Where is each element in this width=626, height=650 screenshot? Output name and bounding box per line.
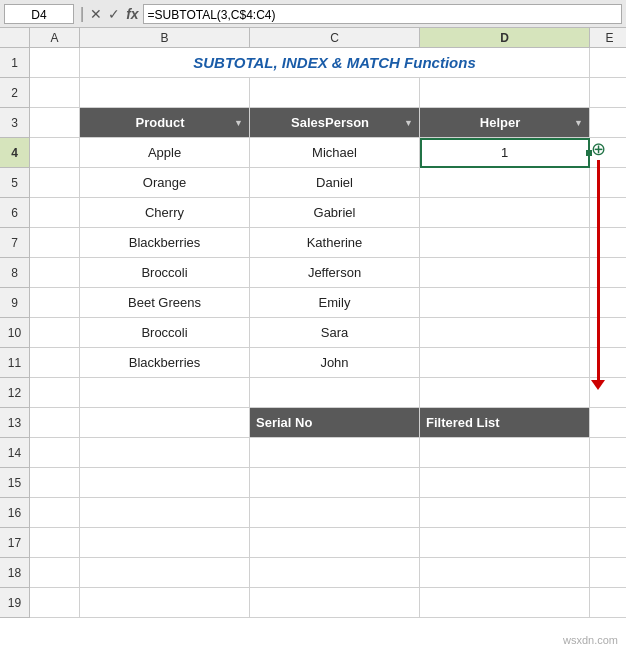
cell-b14[interactable]: [80, 438, 250, 468]
cell-b5[interactable]: Orange: [80, 168, 250, 198]
cell-c15[interactable]: [250, 468, 420, 498]
product-dropdown-icon[interactable]: ▼: [234, 118, 243, 128]
header-salesperson[interactable]: SalesPerson ▼: [250, 108, 420, 138]
col-header-e[interactable]: E: [590, 28, 626, 48]
cell-b13[interactable]: [80, 408, 250, 438]
cell-a2[interactable]: [30, 78, 80, 108]
cell-d15[interactable]: [420, 468, 590, 498]
cell-c7[interactable]: Katherine: [250, 228, 420, 258]
cell-c4[interactable]: Michael: [250, 138, 420, 168]
cell-b19[interactable]: [80, 588, 250, 618]
cell-b2[interactable]: [80, 78, 250, 108]
header-product[interactable]: Product ▼: [80, 108, 250, 138]
header-salesperson-label: SalesPerson: [256, 115, 404, 130]
cell-d14[interactable]: [420, 438, 590, 468]
cell-a15[interactable]: [30, 468, 80, 498]
cell-a13[interactable]: [30, 408, 80, 438]
cell-c14[interactable]: [250, 438, 420, 468]
cell-d4[interactable]: 1 ⊕: [420, 138, 590, 168]
cell-d12[interactable]: [420, 378, 590, 408]
cell-b6[interactable]: Cherry: [80, 198, 250, 228]
cell-a16[interactable]: [30, 498, 80, 528]
cell-d10[interactable]: [420, 318, 590, 348]
cell-b12[interactable]: [80, 378, 250, 408]
cell-c8[interactable]: Jefferson: [250, 258, 420, 288]
cell-d7[interactable]: [420, 228, 590, 258]
cell-b9[interactable]: Beet Greens: [80, 288, 250, 318]
cell-b18[interactable]: [80, 558, 250, 588]
cell-c6[interactable]: Gabriel: [250, 198, 420, 228]
cell-e13[interactable]: [590, 408, 626, 438]
cell-a14[interactable]: [30, 438, 80, 468]
col-header-a[interactable]: A: [30, 28, 80, 48]
cell-c9[interactable]: Emily: [250, 288, 420, 318]
cell-a12[interactable]: [30, 378, 80, 408]
cell-b11[interactable]: Blackberries: [80, 348, 250, 378]
cell-e1[interactable]: [590, 48, 626, 78]
header-serialno[interactable]: Serial No: [250, 408, 420, 438]
cell-b4[interactable]: Apple: [80, 138, 250, 168]
cell-a1[interactable]: [30, 48, 80, 78]
name-box[interactable]: D4: [4, 4, 74, 24]
cell-a17[interactable]: [30, 528, 80, 558]
row-17: 17: [0, 528, 626, 558]
helper-dropdown-icon[interactable]: ▼: [574, 118, 583, 128]
cell-d6[interactable]: [420, 198, 590, 228]
col-header-d[interactable]: D: [420, 28, 590, 48]
cell-d18[interactable]: [420, 558, 590, 588]
cell-a10[interactable]: [30, 318, 80, 348]
cell-a3[interactable]: [30, 108, 80, 138]
confirm-icon[interactable]: ✓: [108, 6, 120, 22]
cell-d2[interactable]: [420, 78, 590, 108]
salesperson-dropdown-icon[interactable]: ▼: [404, 118, 413, 128]
col-header-b[interactable]: B: [80, 28, 250, 48]
watermark: wsxdn.com: [563, 634, 618, 646]
cell-a7[interactable]: [30, 228, 80, 258]
cell-d16[interactable]: [420, 498, 590, 528]
header-helper[interactable]: Helper ▼: [420, 108, 590, 138]
cell-d19[interactable]: [420, 588, 590, 618]
cell-d5[interactable]: [420, 168, 590, 198]
cell-b16[interactable]: [80, 498, 250, 528]
cell-e17[interactable]: [590, 528, 626, 558]
cell-a9[interactable]: [30, 288, 80, 318]
cell-a6[interactable]: [30, 198, 80, 228]
cell-a19[interactable]: [30, 588, 80, 618]
cell-e15[interactable]: [590, 468, 626, 498]
cell-a11[interactable]: [30, 348, 80, 378]
cell-a5[interactable]: [30, 168, 80, 198]
cell-b7[interactable]: Blackberries: [80, 228, 250, 258]
cell-d9[interactable]: [420, 288, 590, 318]
cell-b8[interactable]: Broccoli: [80, 258, 250, 288]
cell-c2[interactable]: [250, 78, 420, 108]
cell-e18[interactable]: [590, 558, 626, 588]
cell-d11[interactable]: [420, 348, 590, 378]
cell-c5[interactable]: Daniel: [250, 168, 420, 198]
cell-c17[interactable]: [250, 528, 420, 558]
cell-d8[interactable]: [420, 258, 590, 288]
cell-b17[interactable]: [80, 528, 250, 558]
col-header-c[interactable]: C: [250, 28, 420, 48]
cell-e3[interactable]: [590, 108, 626, 138]
cancel-icon[interactable]: ✕: [90, 6, 102, 22]
formula-input[interactable]: =SUBTOTAL(3,C$4:C4): [143, 4, 622, 24]
cell-e16[interactable]: [590, 498, 626, 528]
cell-a18[interactable]: [30, 558, 80, 588]
cell-e19[interactable]: [590, 588, 626, 618]
header-filteredlist[interactable]: Filtered List: [420, 408, 590, 438]
function-icon[interactable]: fx: [126, 6, 138, 22]
cell-b10[interactable]: Broccoli: [80, 318, 250, 348]
cell-c16[interactable]: [250, 498, 420, 528]
cell-c11[interactable]: John: [250, 348, 420, 378]
row-7: 7 Blackberries Katherine: [0, 228, 626, 258]
cell-e2[interactable]: [590, 78, 626, 108]
cell-c12[interactable]: [250, 378, 420, 408]
cell-c18[interactable]: [250, 558, 420, 588]
cell-c10[interactable]: Sara: [250, 318, 420, 348]
cell-b15[interactable]: [80, 468, 250, 498]
cell-a8[interactable]: [30, 258, 80, 288]
cell-e14[interactable]: [590, 438, 626, 468]
cell-d17[interactable]: [420, 528, 590, 558]
cell-c19[interactable]: [250, 588, 420, 618]
cell-a4[interactable]: [30, 138, 80, 168]
